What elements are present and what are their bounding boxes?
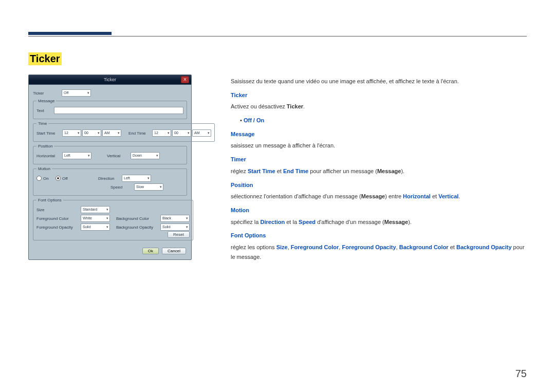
time-fieldset: Time Start Time 12 00 AM End Time 12 00 … (33, 121, 215, 142)
motion-legend: Motion (36, 166, 52, 171)
size-select[interactable]: Standard (81, 206, 110, 213)
fg-opacity-select[interactable]: Solid (81, 223, 110, 231)
ticker-select[interactable]: Off (62, 89, 91, 97)
dialog-title: Ticker (104, 77, 116, 82)
off-label: Off (62, 176, 78, 181)
on-label: On (43, 176, 55, 181)
vertical-label: Vertical (107, 154, 131, 158)
message-legend: Message (36, 99, 56, 103)
message-description: saisissez un message à afficher à l'écra… (231, 141, 527, 151)
bg-color-select[interactable]: Black (160, 215, 190, 222)
text-label: Text (36, 108, 52, 113)
motion-on-radio[interactable] (36, 176, 42, 181)
ticker-description: Activez ou désactivez Ticker. (231, 102, 527, 111)
description-column: Saisissez du texte quand une vidéo ou un… (231, 74, 527, 266)
ticker-dialog: Ticker X Ticker Off Message Text (28, 74, 192, 260)
page-title: Ticker (28, 52, 62, 65)
end-min-select[interactable]: 00 (172, 129, 191, 137)
ok-button[interactable]: Ok (142, 248, 159, 254)
bg-opacity-label: Background Opacity (116, 225, 160, 230)
timer-description: réglez Start Time et End Time pour affic… (231, 166, 527, 176)
header-divider (28, 36, 527, 36)
screenshot-column: Ticker X Ticker Off Message Text (28, 74, 191, 260)
close-icon[interactable]: X (181, 76, 189, 83)
page-content: Ticker Ticker X Ticker Off Message Text (28, 52, 527, 266)
direction-select[interactable]: Left (122, 175, 151, 182)
direction-label: Direction (98, 176, 122, 181)
intro-text: Saisissez du texte quand une vidéo ou un… (231, 77, 527, 86)
bg-opacity-select[interactable]: Solid (160, 223, 190, 231)
motion-description: spécifiez la Direction et la Speed d'aff… (231, 217, 527, 227)
speed-label: Speed (110, 185, 134, 190)
off-on-bullet: • Off / On (231, 116, 527, 125)
time-legend: Time (36, 121, 48, 126)
bg-color-label: Background Color (116, 216, 160, 221)
motion-fieldset: Motion On Off Direction Left Speed Slow (33, 166, 187, 196)
timer-heading: Timer (231, 155, 527, 164)
cancel-button[interactable]: Cancel (162, 248, 186, 254)
horizontal-select[interactable]: Left (62, 152, 91, 159)
fg-opacity-label: Foreground Opacity (36, 225, 81, 230)
size-label: Size (36, 208, 81, 212)
start-ampm-select[interactable]: AM (102, 129, 121, 137)
font-options-legend: Font Options (36, 198, 63, 202)
start-hour-select[interactable]: 12 (62, 129, 81, 137)
end-time-label: End Time (128, 131, 152, 136)
header-accent-bar (28, 32, 112, 35)
position-legend: Position (36, 144, 54, 148)
font-options-description: réglez les options Size, Foreground Colo… (231, 242, 527, 262)
motion-off-radio[interactable] (55, 176, 61, 181)
position-heading: Position (231, 180, 527, 190)
horizontal-label: Horizontal (36, 154, 62, 158)
start-time-label: Start Time (36, 131, 62, 136)
speed-select[interactable]: Slow (134, 183, 163, 191)
message-text-input[interactable] (54, 107, 183, 114)
motion-heading: Motion (231, 206, 527, 215)
position-description: sélectionnez l'orientation d'affichage d… (231, 192, 527, 201)
font-options-heading: Font Options (231, 231, 527, 240)
start-min-select[interactable]: 00 (82, 129, 101, 137)
ticker-heading: Ticker (231, 90, 527, 100)
reset-button[interactable]: Reset (168, 231, 190, 238)
end-ampm-select[interactable]: AM (192, 129, 211, 137)
end-hour-select[interactable]: 12 (152, 129, 171, 137)
vertical-select[interactable]: Down (131, 152, 160, 159)
dialog-titlebar: Ticker X (29, 75, 191, 85)
page-number: 75 (515, 368, 527, 380)
ticker-label: Ticker (33, 91, 62, 96)
font-options-fieldset: Font Options Size Standard Foreground Co… (33, 198, 193, 240)
message-fieldset: Message Text (33, 99, 187, 119)
fg-color-select[interactable]: White (81, 215, 110, 222)
message-heading: Message (231, 129, 527, 139)
fg-color-label: Foreground Color (36, 216, 81, 221)
position-fieldset: Position Horizontal Left Vertical Down (33, 144, 187, 164)
